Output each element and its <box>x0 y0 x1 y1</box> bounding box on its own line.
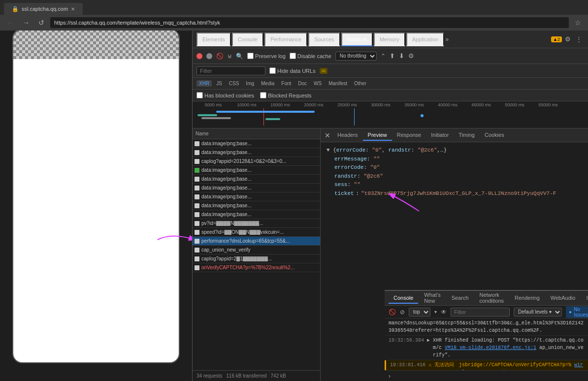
console-tab-webaudio[interactable]: WebAudio <box>546 293 581 304</box>
blocked-requests-checkbox[interactable] <box>260 92 266 98</box>
console-expand-2[interactable]: ▶ <box>427 337 430 344</box>
context-arrow-icon[interactable]: ▾ <box>434 309 437 315</box>
tab-console[interactable]: Console <box>232 32 263 46</box>
request-item[interactable]: data:image/png;base... <box>193 184 320 192</box>
type-media[interactable]: Media <box>259 80 277 87</box>
filter-input[interactable] <box>196 66 265 75</box>
tab-cookies[interactable]: Cookies <box>480 130 509 141</box>
disable-cache-checkbox[interactable] <box>290 53 296 59</box>
type-css[interactable]: CSS <box>227 80 242 87</box>
req-name: caplog?appid=20128&1=0&2=0&3=0... <box>201 159 318 164</box>
console-filter-input[interactable] <box>451 308 510 317</box>
tab-memory[interactable]: Memory <box>374 32 405 46</box>
preserve-log-label[interactable]: Preserve log <box>247 53 286 59</box>
json-collapse-icon[interactable]: ▼ <box>327 147 330 153</box>
console-tab-rendering[interactable]: Rendering <box>510 293 545 304</box>
request-item[interactable]: caplog?appid=20128&1=0&2=0&3=0... <box>193 157 320 166</box>
hide-data-urls-label[interactable]: Hide data URLs <box>269 67 316 74</box>
timeline-label-3: 20000 ms <box>297 102 330 107</box>
throttle-select[interactable]: No throttling Fast 3G Slow 3G Offline <box>335 52 377 61</box>
request-item[interactable]: data:image/png;base... <box>193 210 320 219</box>
tab-preview[interactable]: Preview <box>363 130 392 141</box>
disable-cache-label[interactable]: Disable cache <box>290 53 331 59</box>
blocked-requests-label[interactable]: Blocked Requests <box>260 92 312 98</box>
back-button[interactable]: ← <box>4 18 17 28</box>
more-tabs-icon[interactable]: » <box>445 36 449 43</box>
stop-button[interactable] <box>206 53 212 59</box>
tab-headers[interactable]: Headers <box>332 130 363 141</box>
tab-performance[interactable]: Performance <box>264 32 307 46</box>
console-tab-issues[interactable]: Issues <box>581 293 588 304</box>
type-font[interactable]: Font <box>279 80 294 87</box>
request-item-selected[interactable]: performance?dnsLookup=65&tcp=55&... <box>193 237 320 246</box>
download-button[interactable]: ⬇ <box>399 52 404 60</box>
request-item[interactable]: data:image/png;base... <box>193 139 320 148</box>
console-line-1: mance?dnsLookup=65&tcp=55&ssl=30&ttfb=30… <box>385 318 588 336</box>
browser-tab[interactable]: 🔒 ssl.captcha.qq.com ✕ <box>4 3 83 15</box>
level-select[interactable]: Default levels ▾ <box>514 308 562 317</box>
console-tab-whats-new[interactable]: What's New <box>419 290 445 307</box>
request-item-error[interactable]: onVerifyCAPTCHA?p=%7B%22result%2... <box>193 263 320 272</box>
tab-network[interactable]: Network <box>341 32 373 46</box>
request-item[interactable]: data:image/png;base... <box>193 201 320 210</box>
upload-button[interactable]: ⬆ <box>390 52 395 60</box>
json-body: errMessage: "" errorCode: "0" randstr: "… <box>325 155 584 198</box>
console-clear-button[interactable]: 🚫 <box>389 309 396 316</box>
request-item[interactable]: speed?id=▓▓ON▓▓N▓▓▓vxkcuin=... <box>193 228 320 237</box>
tab-response[interactable]: Response <box>392 130 426 141</box>
settings-button[interactable]: ⚙ <box>563 34 573 44</box>
json-sess: sess: "" <box>332 181 584 190</box>
tab-application[interactable]: Application <box>406 32 445 46</box>
tab-initiator[interactable]: Initiator <box>426 130 454 141</box>
more-options-button[interactable]: ⋮ <box>574 34 584 44</box>
console-output[interactable]: mance?dnsLookup=65&tcp=55&ssl=30&ttfb=30… <box>385 318 588 370</box>
request-item[interactable]: data:image/png;base... <box>193 175 320 184</box>
req-icon <box>195 265 199 270</box>
request-item[interactable]: data:image/png;base... <box>193 148 320 157</box>
preserve-log-checkbox[interactable] <box>247 53 254 59</box>
type-ws[interactable]: WS <box>311 80 324 87</box>
type-other[interactable]: Other <box>352 80 369 87</box>
console-tab-network-conditions[interactable]: Network conditions <box>475 290 509 307</box>
console-link-2[interactable]: VM18 vm-slide.e201876f.enc.js:1 <box>445 345 536 350</box>
bookmark-button[interactable]: ☆ <box>572 18 584 28</box>
console-eye-button[interactable]: 👁 <box>441 309 447 316</box>
details-close-button[interactable]: ✕ <box>323 131 332 139</box>
type-js[interactable]: JS <box>214 80 225 87</box>
clear-button[interactable]: 🚫 <box>216 53 224 60</box>
type-xhr[interactable]: XHR <box>196 80 212 87</box>
request-item[interactable]: caplog?appid=2▓1▓▓▓▓▓▓▓... <box>193 254 320 263</box>
reload-button[interactable]: ↺ <box>35 18 47 28</box>
network-settings-button[interactable]: ⚙ <box>408 52 414 60</box>
console-link-3[interactable]: wireless_mqq_captcha_ntype=1&apptype=2:1 <box>459 362 583 370</box>
request-item[interactable]: data:image/png;base... <box>193 166 320 175</box>
context-select[interactable]: top <box>409 308 430 317</box>
type-filter-bar: XHR JS CSS Img Media Font Doc WS Manifes… <box>193 78 588 90</box>
console-tab-console[interactable]: Console <box>389 293 418 304</box>
tab-elements[interactable]: Elements <box>196 32 231 46</box>
tab-timing[interactable]: Timing <box>454 130 480 141</box>
timeline-area[interactable]: 5000 ms 10000 ms 15000 ms 20000 ms 25000… <box>193 101 588 128</box>
tab-close-icon[interactable]: ✕ <box>71 6 75 12</box>
tab-sources[interactable]: Sources <box>308 32 340 46</box>
type-manifest[interactable]: Manifest <box>326 80 350 87</box>
request-item[interactable]: cap_union_new_verify <box>193 246 320 254</box>
record-button[interactable] <box>196 53 202 59</box>
has-blocked-cookies-label[interactable]: Has blocked cookies <box>196 92 254 98</box>
warning-badge: ▲2 <box>551 36 562 42</box>
req-name: data:image/png;base... <box>201 167 318 173</box>
search-icon[interactable]: 🔍 <box>236 53 243 60</box>
console-line-3: 19:33:01.416 ⚠ 无法访问 jsbridge://CAPTCHA/o… <box>385 360 588 370</box>
console-stop-button[interactable]: ⊘ <box>400 309 405 316</box>
hide-data-urls-checkbox[interactable] <box>269 67 276 74</box>
has-blocked-cookies-checkbox[interactable] <box>196 92 203 98</box>
console-tab-search[interactable]: Search <box>447 293 474 304</box>
request-list[interactable]: data:image/png;base... data:image/png;ba… <box>193 139 320 370</box>
type-img[interactable]: Img <box>243 80 257 87</box>
request-item[interactable]: pv?id=▓▓▓▓N▓▓▓▓▓▓▓... <box>193 219 320 228</box>
type-doc[interactable]: Doc <box>295 80 309 87</box>
forward-button[interactable]: → <box>20 18 33 28</box>
request-item[interactable]: data:image/png;base... <box>193 192 320 201</box>
timeline-labels: 5000 ms 10000 ms 15000 ms 20000 ms 25000… <box>193 101 588 108</box>
url-input[interactable] <box>50 17 569 28</box>
